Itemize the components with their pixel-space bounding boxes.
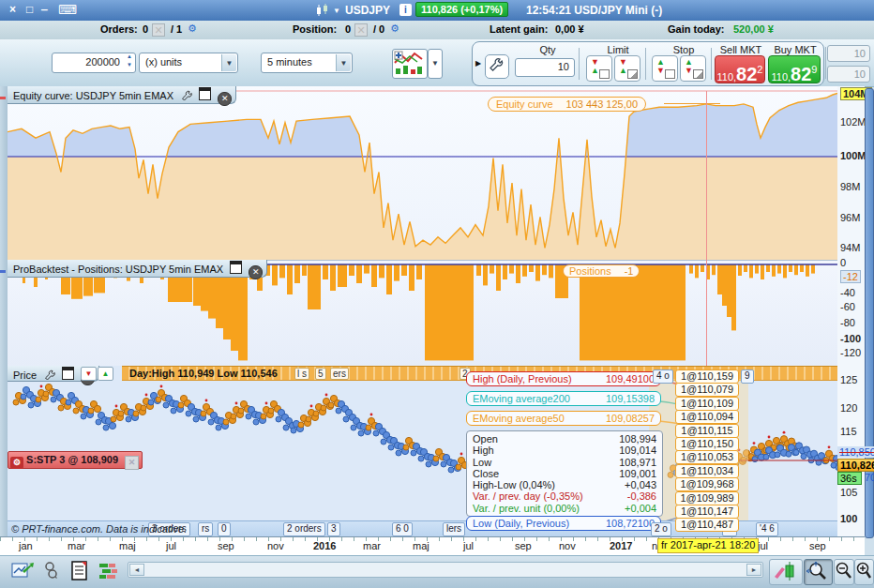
qty-input[interactable]: 10	[515, 58, 575, 77]
position-settings-gear-icon[interactable]: ⚙	[390, 23, 399, 35]
limit-buy-button[interactable]: ▼ ▲	[614, 55, 640, 82]
order-item[interactable]: 1@110,034	[675, 464, 739, 478]
time-axis-label: mar	[68, 540, 85, 551]
band-order-tag[interactable]: 2 orders	[283, 522, 325, 536]
orders-settings-gear-icon[interactable]: ⚙	[188, 23, 197, 35]
orders-count-tag-right[interactable]: 9	[741, 369, 754, 384]
info-icon[interactable]: i	[399, 4, 412, 16]
alt-price-label: 705	[863, 472, 874, 483]
timeframe-dropdown[interactable]: 5 minutes ▼	[261, 53, 353, 73]
equity-panel-tab[interactable]: Equity curve: USDJPY 5min EMAX ✕	[8, 86, 236, 104]
position-close-icon[interactable]: ✕	[354, 23, 368, 37]
order-item[interactable]: 1@110,094	[675, 410, 739, 424]
order-item[interactable]: 1@109,989	[675, 491, 739, 505]
unit-selector-dropdown[interactable]: (x) units ▼	[139, 53, 238, 73]
scroll-up-button[interactable]: ▲	[98, 367, 113, 381]
limit-distance-input[interactable]: 10	[827, 66, 870, 83]
stepper-down-icon[interactable]: ▼	[127, 62, 132, 68]
market-depth-icon[interactable]	[98, 560, 120, 582]
horizontal-scrollbar[interactable]: ◄ ►	[128, 562, 763, 578]
chart-style-dropdown-arrow[interactable]: ▼	[428, 49, 443, 79]
zoom-selection-button[interactable]	[804, 559, 833, 585]
maximize-window-icon[interactable]: □	[26, 3, 33, 16]
order-item[interactable]: 1@110,115	[675, 424, 739, 438]
ema200-legend: EMoving average200109,15398	[466, 391, 661, 406]
stop-sell-button[interactable]: ▲ ▼	[652, 55, 678, 82]
close-icon[interactable]: ✕	[125, 456, 139, 470]
close-icon[interactable]: ✕	[218, 92, 232, 106]
link-icon[interactable]	[41, 560, 64, 582]
orders-count-tag[interactable]: 4 o	[653, 369, 673, 384]
chevron-down-icon[interactable]: ▼	[221, 54, 236, 71]
band-order-tag[interactable]: '4 6	[756, 522, 778, 536]
chevron-down-icon[interactable]: ▼	[336, 54, 351, 71]
band-order-tag[interactable]: 2 o	[651, 522, 671, 536]
order-item[interactable]: 1@110,147	[675, 505, 739, 519]
band-order-tag[interactable]: lers	[443, 522, 465, 536]
chart-style-button[interactable]	[392, 49, 428, 79]
chevron-down-icon[interactable]: ▼	[333, 7, 340, 15]
scroll-down-button[interactable]: ▼	[81, 367, 97, 381]
time-axis: janmarmajjulsepnov2016marmajjulsepnov201…	[0, 536, 865, 556]
band-order-tag[interactable]: 0	[218, 522, 231, 536]
stats-bar: Orders: 0 ✕ / 1 ⚙ Position: 0 ✕ / 0 ⚙ La…	[0, 21, 874, 40]
equity-tooltip: Equity curve103 443 125,00	[488, 97, 646, 112]
scroll-right-icon[interactable]: ►	[746, 564, 761, 576]
close-icon[interactable]: ✕	[249, 265, 263, 279]
stop-buy-button[interactable]: ▲ ▼	[680, 55, 706, 82]
sell-mkt-button[interactable]: 110,822	[715, 55, 765, 83]
limit-sell-button[interactable]: ▼ ▲	[586, 55, 612, 82]
minimize-window-icon[interactable]: ‒	[41, 3, 48, 16]
order-settings-button[interactable]	[485, 54, 509, 79]
equity-panel-title: Equity curve: USDJPY 5min EMAX	[13, 90, 173, 101]
band-order-tag[interactable]: 3	[327, 522, 340, 536]
quantity-stepper[interactable]: 200000 ▲ ▼	[52, 53, 136, 73]
positions-panel-tab[interactable]: ProBacktest - Positions: USDJPY 5min EMA…	[8, 260, 267, 278]
order-item[interactable]: 1@110,109	[675, 397, 739, 411]
ohlc-legend: Open108,994High109,014Low108,971Close109…	[466, 430, 663, 517]
stop-distance-input[interactable]: 10	[827, 45, 870, 62]
axis-label: 105	[840, 487, 857, 498]
axis-label: -40	[840, 287, 855, 298]
legend-row: High-Low (0,04%)+0,043	[473, 479, 656, 490]
order-item[interactable]: 1@110,159	[675, 369, 739, 384]
buy-mkt-button[interactable]: 110,829	[768, 55, 821, 83]
collapse-panel-arrow-icon[interactable]: ▶	[475, 59, 481, 68]
time-axis-label: sep	[809, 540, 826, 551]
main-toolbar: 200000 ▲ ▼ (x) units ▼ 5 minutes ▼ ▼ ▶	[0, 39, 874, 87]
time-axis-label: maj	[413, 540, 429, 551]
stop-order-tag[interactable]: ⚙ S:STP 3 @ 108,909 ✕	[8, 451, 143, 469]
scroll-left-icon[interactable]: ◄	[129, 564, 144, 576]
price-panel-title: Price	[13, 369, 37, 381]
order-item[interactable]: 1@110,053	[675, 450, 739, 464]
wrench-icon[interactable]	[181, 90, 192, 101]
window-icon[interactable]	[230, 261, 242, 274]
zoom-in-button[interactable]	[854, 559, 874, 585]
order-item[interactable]: 1@110,487	[675, 518, 739, 532]
legend-row: Var. / prev. day (-0,35%)-0,386	[473, 490, 656, 502]
keyboard-icon[interactable]: ⌨	[58, 2, 77, 17]
price-axis: 125120115105100 110,850 110,826 36s 705	[837, 366, 865, 536]
candlestick-icon[interactable]	[315, 4, 330, 17]
detach-chart-icon[interactable]	[11, 560, 34, 582]
close-window-icon[interactable]: ×	[9, 3, 16, 16]
band-order-tag[interactable]: 6 0	[392, 522, 413, 536]
order-tool-button[interactable]	[769, 559, 803, 585]
notes-icon[interactable]	[69, 560, 92, 582]
band-order-tag[interactable]: rs	[198, 522, 213, 536]
order-item[interactable]: 1@110,150	[675, 437, 739, 451]
gain-today-value: 520,00 ¥	[733, 23, 774, 35]
window-icon[interactable]	[199, 87, 211, 100]
time-axis-label: 2017	[610, 540, 632, 551]
order-item[interactable]: 1@109,968	[675, 477, 739, 491]
orders-close-icon[interactable]: ✕	[152, 23, 165, 37]
arrow-down-icon: ▼	[685, 67, 693, 75]
wrench-icon[interactable]	[44, 369, 55, 381]
order-item[interactable]: 1@110,079	[675, 383, 739, 397]
zoom-out-button[interactable]	[834, 559, 854, 585]
stepper-up-icon[interactable]: ▲	[127, 53, 132, 59]
axis-label: 120	[840, 402, 857, 414]
bottom-toolbar: ◄ ►	[0, 555, 874, 588]
title-bar: × □ ‒ ⌨ ▼ USDJPY i 110,826 (+0,17%) 12:5…	[0, 0, 874, 21]
window-icon[interactable]	[62, 367, 74, 380]
